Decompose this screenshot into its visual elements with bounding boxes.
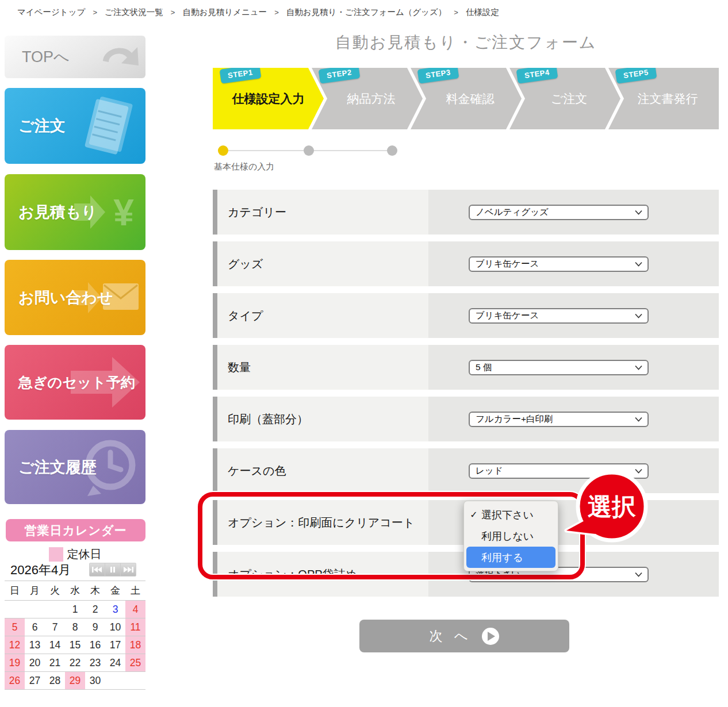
- next-button[interactable]: 次 へ: [359, 620, 569, 652]
- sidebar-item-rush-reservation[interactable]: 急ぎのセット予約: [5, 345, 145, 420]
- calendar-day-header: 水: [65, 581, 85, 601]
- clearcoat-dropdown-menu: ✓ 選択下さい 利用しない 利用する: [463, 501, 558, 571]
- calendar-day: 7: [45, 618, 65, 636]
- step-label: ご注文: [509, 68, 620, 129]
- prev-month-icon: [92, 566, 102, 573]
- field-label: グッズ: [228, 256, 263, 272]
- menu-item-please-select[interactable]: ✓ 選択下さい: [466, 504, 555, 525]
- pause-button[interactable]: [105, 563, 121, 576]
- next-month-button[interactable]: [121, 563, 136, 576]
- calendar-day: 21: [45, 654, 65, 672]
- calendar-day: 25: [125, 654, 145, 672]
- calendar-day: 26: [5, 672, 25, 690]
- breadcrumb-separator: >: [171, 8, 175, 17]
- case-color-select[interactable]: レッド: [469, 463, 649, 479]
- back-arrow-icon: [96, 38, 142, 76]
- step-label: 注文書発行: [608, 68, 719, 129]
- breadcrumb-separator: >: [93, 8, 97, 17]
- goods-select[interactable]: ブリキ缶ケース: [469, 256, 649, 272]
- calendar-day: 6: [25, 618, 45, 636]
- form-row-print: 印刷（蓋部分） フルカラー+白印刷: [213, 397, 719, 441]
- select-value: フルカラー+白印刷: [476, 413, 553, 425]
- category-select[interactable]: ノベルティグッズ: [469, 205, 649, 220]
- page: マイページトップ > ご注文状況一覧 > 自動お見積りメニュー > 自動お見積り…: [0, 0, 728, 707]
- step-3-price-confirm: STEP3 料金確認: [411, 68, 522, 129]
- row-accent-bar: [213, 190, 217, 235]
- select-value: ブリキ缶ケース: [476, 310, 539, 322]
- step-indicator: STEP1 仕様設定入力 STEP2 納品方法 STEP3 料金確認 STEP4…: [213, 68, 719, 129]
- sidebar-item-order[interactable]: ご注文: [5, 88, 145, 164]
- calendar-day: 28: [45, 672, 65, 690]
- row-accent-bar: [213, 345, 217, 390]
- step-label: 納品方法: [312, 68, 423, 129]
- chevron-down-icon: [635, 468, 642, 474]
- sidebar-top-button[interactable]: TOPへ: [5, 36, 145, 78]
- step-1-spec-input: STEP1 仕様設定入力: [213, 68, 324, 129]
- progress-dot-current: [218, 145, 228, 156]
- menu-item-do-not-use[interactable]: 利用しない: [466, 525, 555, 547]
- calendar-day: 18: [125, 636, 145, 654]
- calendar-day: 8: [65, 618, 85, 636]
- calendar-day: 9: [85, 618, 105, 636]
- calendar-day-header: 土: [125, 581, 145, 601]
- calendar-day: 4: [125, 601, 145, 618]
- row-accent-bar: [213, 552, 217, 597]
- holiday-legend-label: 定休日: [67, 547, 102, 562]
- type-select[interactable]: ブリキ缶ケース: [469, 308, 649, 324]
- sidebar-item-label: お見積もり: [18, 202, 97, 222]
- field-label: 数量: [228, 360, 251, 375]
- step-2-delivery: STEP2 納品方法: [312, 68, 423, 129]
- form-row-category: カテゴリー ノベルティグッズ: [213, 190, 719, 235]
- prev-month-button[interactable]: [90, 563, 105, 576]
- calendar-day: [5, 601, 25, 618]
- next-button-label: 次 へ: [430, 627, 472, 645]
- menu-item-use[interactable]: 利用する: [466, 547, 555, 568]
- select-value: ノベルティグッズ: [476, 206, 549, 218]
- sidebar-item-order-history[interactable]: ご注文履歴: [5, 430, 145, 504]
- breadcrumb-item-order-form[interactable]: 自動お見積り・ご注文フォーム（グッズ）: [286, 7, 447, 18]
- form-row-quantity: 数量 5 個: [213, 345, 719, 390]
- calendar-day: 22: [65, 654, 85, 672]
- breadcrumb-item-mypage[interactable]: マイページトップ: [17, 7, 85, 18]
- check-icon: ✓: [466, 509, 481, 520]
- field-label: ケースの色: [228, 463, 286, 479]
- business-calendar-button[interactable]: 営業日カレンダー: [6, 519, 145, 541]
- print-select[interactable]: フルカラー+白印刷: [469, 412, 649, 427]
- breadcrumb-item-spec-settings: 仕様設定: [466, 7, 499, 18]
- sidebar-top-label: TOPへ: [22, 47, 70, 67]
- calendar-day: 19: [5, 654, 25, 672]
- breadcrumb-item-order-status[interactable]: ご注文状況一覧: [105, 7, 163, 18]
- breadcrumb-separator: >: [274, 8, 279, 17]
- breadcrumb-item-quote-menu[interactable]: 自動お見積りメニュー: [182, 7, 267, 18]
- progress-dot: [387, 145, 397, 156]
- chevron-down-icon: [635, 417, 642, 422]
- progress-step-label: 基本仕様の入力: [214, 162, 274, 172]
- sidebar-item-quote[interactable]: お見積もり ¥: [5, 174, 145, 250]
- breadcrumb: マイページトップ > ご注文状況一覧 > 自動お見積りメニュー > 自動お見積り…: [17, 7, 499, 18]
- menu-item-label: 利用する: [481, 551, 523, 564]
- calendar-day: 15: [65, 636, 85, 654]
- form-row-type: タイプ ブリキ缶ケース: [213, 293, 719, 338]
- calendar-day: 16: [85, 636, 105, 654]
- chevron-down-icon: [635, 365, 642, 370]
- row-accent-bar: [213, 397, 217, 441]
- menu-item-label: 利用しない: [481, 529, 534, 543]
- next-month-icon: [123, 566, 133, 573]
- calendar-day: [105, 672, 125, 690]
- step-5-order-sheet: STEP5 注文書発行: [608, 68, 719, 129]
- calendar-day: 24: [105, 654, 125, 672]
- step-label: 料金確認: [411, 68, 522, 129]
- select-value: ブリキ缶ケース: [476, 258, 539, 270]
- field-label: オプション：印刷面にクリアコート: [228, 515, 415, 531]
- row-accent-bar: [213, 448, 217, 493]
- sidebar-item-label: 急ぎのセット予約: [18, 373, 135, 392]
- form-row-case-color: ケースの色 レッド: [213, 448, 719, 493]
- field-label: オプション：OPP袋詰め: [228, 567, 357, 582]
- calendar-day: [45, 601, 65, 618]
- calendar-day: 5: [5, 618, 25, 636]
- sidebar-item-contact[interactable]: お問い合わせ: [5, 260, 145, 335]
- calendar-day-header: 金: [105, 581, 125, 601]
- calendar-day: 11: [125, 618, 145, 636]
- field-label: 印刷（蓋部分）: [228, 412, 308, 427]
- quantity-select[interactable]: 5 個: [469, 360, 649, 375]
